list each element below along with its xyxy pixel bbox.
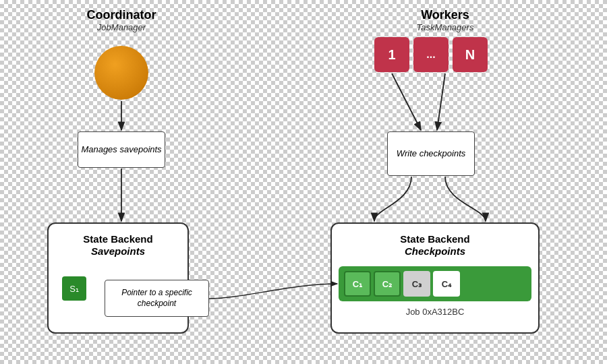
manages-savepoints-text: Manages savepoints [81,144,161,156]
pointer-text: Pointer to a specific checkpoint [105,288,208,309]
s1-label: S₁ [69,284,79,294]
arrow-pointer-to-c1 [209,284,337,299]
savepoints-backend-subtitle: Savepoints [91,245,145,257]
workers-section: Workers TaskManagers [378,8,513,32]
savepoints-backend-title: State Backend [83,233,152,245]
checkpoint-c1: C₁ [344,271,371,297]
worker-boxes-container: 1 ... N [374,37,488,72]
checkpoints-backend-title: State Backend [400,233,469,245]
arrow-workerN-to-write [437,73,445,130]
pointer-box: Pointer to a specific checkpoint [105,280,209,317]
arrow-write-to-checkpoints-right [445,177,486,221]
coordinator-title: Coordinator [67,8,175,22]
write-checkpoints-box: Write checkpoints [387,131,475,176]
coordinator-section: Coordinator JobManager [67,8,175,32]
checkpoint-c4: C₄ [433,271,460,297]
worker-box-dots: ... [413,37,449,72]
checkpoint-c2: C₂ [374,271,401,297]
arrow-write-to-checkpoints-left [374,177,411,221]
workers-subtitle: TaskManagers [378,22,513,32]
manages-savepoints-box: Manages savepoints [78,131,165,168]
coordinator-subtitle: JobManager [67,22,175,32]
checkpoints-green-row: C₁ C₂ C₃ C₄ [339,266,531,301]
workers-title: Workers [378,8,513,22]
worker-box-1: 1 [374,37,409,72]
worker-box-n: N [453,37,488,72]
job-label: Job 0xA312BC [337,307,533,317]
s1-checkpoint-box: S₁ [62,276,86,301]
write-checkpoints-text: Write checkpoints [397,148,466,160]
arrow-worker1-to-write [392,73,421,130]
checkpoints-backend-subtitle: Checkpoints [405,245,465,257]
job-manager-circle [94,46,148,100]
checkpoint-c3: C₃ [403,271,430,297]
